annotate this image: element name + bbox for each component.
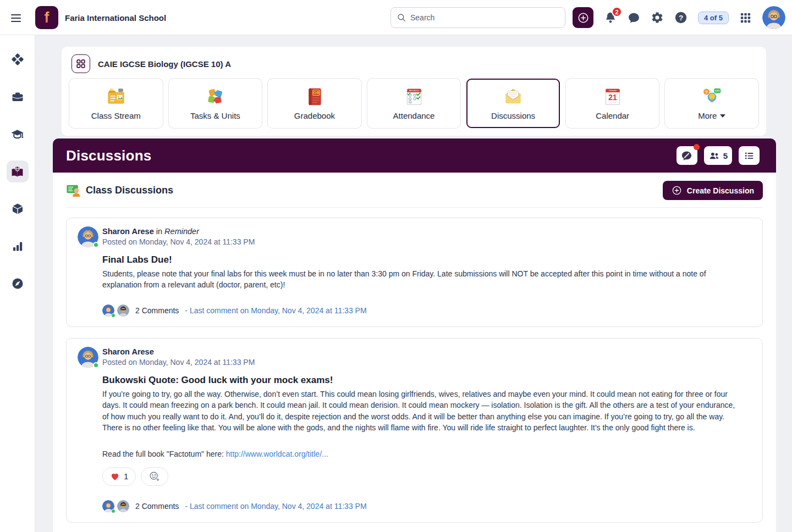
faria-logo[interactable]: f	[35, 6, 58, 29]
banner-title: Discussions	[66, 147, 151, 164]
create-discussion-label: Create Discussion	[687, 186, 754, 195]
tab-calendar[interactable]: Calendar21 Calendar	[566, 79, 659, 128]
external-link[interactable]: http://www.worldcat.org/title/...	[226, 450, 328, 458]
caret-down-icon	[720, 114, 725, 118]
post-title[interactable]: Final Labs Due!	[102, 254, 751, 265]
main-content: CAIE IGCSE Biology (IGCSE 10) A Class St…	[35, 35, 792, 532]
author-avatar[interactable]	[78, 226, 98, 247]
class-title-row: CAIE IGCSE Biology (IGCSE 10) A	[69, 53, 758, 79]
post-head: Sharon Arese Posted on Monday, Nov 4, 20…	[78, 347, 751, 368]
calendar-icon-header: Calendar	[608, 90, 617, 92]
tab-gradebook[interactable]: GB Gradebook	[268, 79, 361, 128]
notifications: 2	[604, 11, 617, 24]
apps-grid-icon[interactable]	[739, 12, 752, 24]
discussions-content: Class Discussions Create Discussion	[53, 173, 776, 532]
link-prefix: Read the full book "Factotum" here:	[102, 450, 224, 458]
top-bar: f Faria International School 2	[0, 0, 792, 35]
folder-icon	[106, 86, 127, 107]
sidebar-item-explore[interactable]	[7, 273, 29, 295]
attendance-icon: Attendance	[404, 86, 425, 107]
tab-label: Discussions	[491, 111, 535, 120]
banner-chat-button[interactable]	[676, 146, 697, 165]
author-name[interactable]: Sharon Arese	[102, 227, 154, 236]
author-avatar[interactable]	[78, 347, 98, 368]
tab-label: Attendance	[393, 111, 435, 120]
sidebar-item-reports[interactable]	[7, 235, 29, 257]
calendar-icon: Calendar21	[602, 86, 623, 107]
help-icon[interactable]: ?	[674, 11, 688, 24]
logo-letter: f	[45, 10, 50, 25]
post-category[interactable]: Reminder	[164, 227, 199, 236]
tab-more[interactable]: ? More	[665, 79, 758, 128]
school-name: Faria International School	[65, 0, 166, 35]
posted-date: Posted on Monday, Nov 4, 2024 at 11:33 P…	[102, 358, 255, 367]
search-bar[interactable]	[391, 7, 565, 28]
class-switcher-icon[interactable]	[72, 54, 90, 73]
calendar-icon-day: 21	[608, 93, 617, 102]
gear-icon[interactable]	[651, 11, 664, 24]
last-comment-link[interactable]: - Last comment on Monday, Nov 4, 2024 at…	[185, 306, 366, 315]
class-title: CAIE IGCSE Biology (IGCSE 10) A	[98, 59, 231, 69]
class-nav-tiles: Class Stream Tasks & Units GB Gradebook …	[69, 79, 758, 128]
commenter-avatar	[102, 304, 114, 317]
discussion-post: Sharon Arese Posted on Monday, Nov 4, 20…	[66, 338, 763, 523]
banner-members-button[interactable]: 5	[704, 146, 732, 165]
last-comment-link[interactable]: - Last comment on Monday, Nov 4, 2024 at…	[185, 502, 366, 511]
heart-icon	[110, 472, 120, 481]
add-emoji-icon	[148, 470, 161, 483]
heart-count: 1	[124, 472, 128, 481]
search-input[interactable]	[410, 13, 548, 22]
posted-date: Posted on Monday, Nov 4, 2024 at 11:33 P…	[102, 237, 255, 246]
post-meta: Sharon Arese Posted on Monday, Nov 4, 20…	[102, 347, 255, 368]
sidebar-item-classes[interactable]	[7, 160, 29, 182]
briefcase-icon	[11, 90, 24, 103]
section-title: Class Discussions	[86, 185, 173, 196]
section-title-group: Class Discussions	[66, 183, 173, 198]
author-name[interactable]: Sharon Arese	[102, 347, 154, 356]
more-icon: ?	[701, 86, 722, 107]
quick-add-button[interactable]	[573, 7, 593, 28]
post-head: Sharon Arese in Reminder Posted on Monda…	[78, 226, 751, 247]
post-title[interactable]: Bukowski Quote: Good luck with your mock…	[102, 375, 751, 386]
bar-chart-icon	[11, 240, 24, 253]
sidebar-item-resources[interactable]	[7, 198, 29, 220]
svg-text:?: ?	[705, 90, 708, 95]
hamburger-menu-icon[interactable]	[9, 12, 23, 23]
messages-icon[interactable]	[628, 12, 640, 24]
comments-row: 2 Comments - Last comment on Monday, Nov…	[102, 304, 751, 317]
messenger-icon	[681, 150, 692, 162]
sidebar-item-dashboard[interactable]	[7, 48, 29, 70]
heart-reaction-button[interactable]: 1	[102, 467, 136, 486]
people-icon	[708, 150, 720, 162]
plan-usage-badge[interactable]: 4 of 5	[698, 12, 729, 24]
discussions-section: Discussions 5	[53, 138, 776, 532]
tab-label: Gradebook	[294, 111, 335, 120]
post-text: Students, please note that your final la…	[102, 268, 743, 290]
discussion-post: Sharon Arese in Reminder Posted on Monda…	[66, 218, 763, 327]
online-dot	[111, 313, 116, 318]
tab-label: Class Stream	[91, 111, 141, 120]
create-discussion-button[interactable]: Create Discussion	[663, 181, 763, 200]
tab-tasks-units[interactable]: Tasks & Units	[169, 79, 262, 128]
sidebar-item-academics[interactable]	[7, 123, 29, 145]
tab-discussions[interactable]: Discussions	[466, 79, 560, 128]
tab-class-stream[interactable]: Class Stream	[69, 79, 163, 128]
banner-list-button[interactable]	[739, 146, 760, 165]
members-count: 5	[723, 151, 728, 160]
commenter-avatar	[117, 304, 129, 317]
tab-attendance[interactable]: Attendance Attendance	[367, 79, 461, 128]
notification-badge: 2	[612, 7, 622, 17]
attendance-icon-header: Attendance	[409, 90, 419, 92]
sidebar-item-briefcase[interactable]	[7, 86, 29, 108]
comments-count[interactable]: 2 Comments	[135, 502, 179, 511]
help-glyph: ?	[679, 14, 683, 22]
user-avatar[interactable]	[762, 6, 785, 29]
online-dot	[111, 509, 116, 513]
book-globe-icon	[10, 165, 24, 179]
add-reaction-button[interactable]	[141, 467, 168, 486]
left-sidebar	[0, 35, 35, 532]
comments-count[interactable]: 2 Comments	[135, 306, 179, 315]
cube-icon	[11, 202, 24, 215]
posts-list: Sharon Arese in Reminder Posted on Monda…	[66, 208, 763, 532]
search-icon	[397, 13, 406, 23]
